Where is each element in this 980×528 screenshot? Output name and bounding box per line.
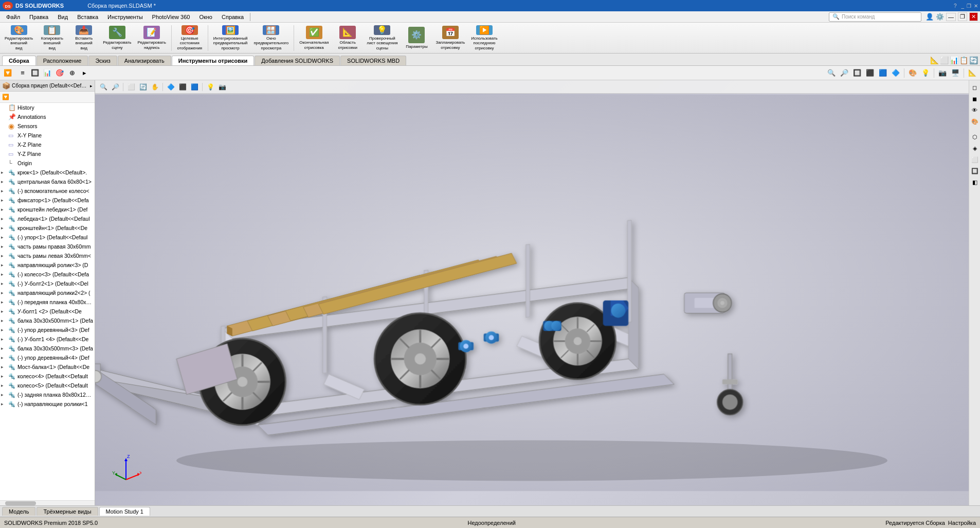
tree-item-wheel4[interactable]: ▸ 🔩 колесо<4> (Default<<Default bbox=[0, 372, 95, 381]
view-right-4[interactable]: 🔲 bbox=[970, 166, 980, 176]
integrated-preview-button[interactable]: 🖼️ Интегрированныйпредварительныйпросмот… bbox=[211, 24, 250, 52]
minimize-icon[interactable]: _ bbox=[961, 3, 964, 9]
vp-pan-icon[interactable]: ✋ bbox=[150, 82, 160, 92]
user-icon[interactable]: 👤 bbox=[925, 13, 934, 21]
tab-analyze[interactable]: Анализировать bbox=[118, 56, 171, 65]
tab-model[interactable]: Модель bbox=[2, 507, 35, 516]
tree-item-bridge-beam[interactable]: ▸ 🔩 Мост-балка<1> (Default<<De bbox=[0, 362, 95, 372]
tab-sketch[interactable]: Эскиз bbox=[88, 56, 117, 65]
menu-item-view[interactable]: Вид bbox=[53, 13, 72, 21]
tab-sw-add[interactable]: Добавления SOLIDWORKS bbox=[255, 56, 340, 65]
vp-zoom-icon[interactable]: 🔍 bbox=[98, 82, 108, 92]
menu-item-help[interactable]: Справка bbox=[217, 13, 248, 21]
vp-fit-icon[interactable]: 🔎 bbox=[110, 82, 120, 92]
menu-item-tools[interactable]: Инструменты bbox=[103, 13, 147, 21]
hide-show-icon[interactable]: 👁 bbox=[970, 105, 980, 115]
tree-item-origin[interactable]: └ Origin bbox=[0, 159, 95, 168]
sec-view-1[interactable]: ≡ bbox=[17, 67, 28, 79]
final-render-button[interactable]: ✅ Окончательнаяотрисовка bbox=[297, 24, 331, 52]
minimize-app-icon[interactable]: — bbox=[946, 13, 956, 21]
tree-item-beam1[interactable]: ▸ 🔩 балка 30x30x500mm<1> (Defa bbox=[0, 316, 95, 325]
window-preview-button[interactable]: 🪟 Окнопредварительногопросмотра bbox=[251, 24, 291, 52]
tree-item-ubolt2-1[interactable]: ▸ 🔩 (-) У-болт2<1> (Default<<Del bbox=[0, 279, 95, 288]
tree-item-yz-plane[interactable]: ▭ Y-Z Plane bbox=[0, 149, 95, 159]
sec-view-5[interactable]: ⊕ bbox=[66, 67, 78, 79]
tree-item-rear-plank[interactable]: ▸ 🔩 (-) задняя планка 80x80x1260m bbox=[0, 390, 95, 399]
menu-item-edit[interactable]: Правка bbox=[25, 13, 52, 21]
tab-right-icon-4[interactable]: 📋 bbox=[959, 56, 968, 64]
tree-item-aux-wheel[interactable]: ▸ 🔩 (-) вспомогательное колесо< bbox=[0, 186, 95, 196]
tree-item-xz-plane[interactable]: ▭ X-Z Plane bbox=[0, 140, 95, 149]
tree-item-hook[interactable]: ▸ 🔩 крюк<1> (Default<<Default>. bbox=[0, 168, 95, 177]
menu-item-photoview[interactable]: PhotoView 360 bbox=[148, 13, 194, 21]
tree-item-sensors[interactable]: ◉ Sensors bbox=[0, 121, 95, 131]
sec-view-2[interactable]: 🔲 bbox=[29, 67, 41, 79]
tree-item-bracket[interactable]: ▸ 🔩 кронштейн<1> (Default<<De bbox=[0, 223, 95, 233]
tree-item-wheel3[interactable]: ▸ 🔩 (-) колесо<3> (Default<<Defa bbox=[0, 270, 95, 279]
insert-external-button[interactable]: 📥 Вставитьвнешнийвид bbox=[68, 24, 99, 52]
vp-camera-icon[interactable]: 📷 bbox=[217, 82, 227, 92]
vp-tool-5[interactable]: 🟦 bbox=[877, 67, 888, 79]
tab-render-tools[interactable]: Инструменты отрисовки bbox=[172, 56, 255, 65]
tree-item-annotations[interactable]: 📌 Annotations bbox=[0, 112, 95, 121]
vp-render-1[interactable]: 🎨 bbox=[907, 67, 918, 79]
vp-render-3[interactable]: 📷 bbox=[937, 67, 948, 79]
tab-right-icon-2[interactable]: ⬜ bbox=[940, 56, 949, 64]
sec-view-4[interactable]: 🎯 bbox=[54, 67, 65, 79]
target-states-button[interactable]: 🎯 Целевыесостоянияотображения bbox=[174, 24, 205, 52]
view-right-5[interactable]: ◧ bbox=[970, 177, 980, 187]
tree-item-roller3[interactable]: ▸ 🔩 направляющий ролик<3> (D bbox=[0, 260, 95, 270]
use-last-render-button[interactable]: ▶️ Использоватьпоследнююотрисовку bbox=[468, 24, 500, 52]
tab-layout[interactable]: Расположение bbox=[37, 56, 88, 65]
menu-item-insert[interactable]: Вставка bbox=[73, 13, 102, 21]
help-icon[interactable]: ? bbox=[954, 3, 957, 9]
tree-item-ubolt4[interactable]: ▸ 🔩 (-) У-болт1 <4> (Default<<De bbox=[0, 335, 95, 344]
tree-item-frame-left[interactable]: ▸ 🔩 часть рамы левая 30x60mm< bbox=[0, 251, 95, 260]
vp-tool-4[interactable]: ⬛ bbox=[864, 67, 876, 79]
tree-item-winch[interactable]: ▸ 🔩 лебедка<1> (Default<<Defaul bbox=[0, 214, 95, 223]
copy-external-button[interactable]: 📋 Копироватьвнешнийвид bbox=[37, 24, 67, 52]
vp-display-2[interactable]: ⬛ bbox=[177, 82, 188, 92]
tree-item-roller2-2[interactable]: ▸ 🔩 направляющий ролики2<2> ( bbox=[0, 288, 95, 297]
tab-assembly[interactable]: Сборка bbox=[2, 56, 36, 65]
filter-button[interactable]: 🔽 bbox=[2, 67, 13, 79]
vp-tool-1[interactable]: 🔍 bbox=[826, 67, 837, 79]
vp-display-3[interactable]: 🟦 bbox=[189, 82, 199, 92]
tree-item-fixer[interactable]: ▸ 🔩 фиксатор<1> (Default<<Defa bbox=[0, 196, 95, 205]
tab-right-icon-5[interactable]: 🔄 bbox=[969, 56, 978, 64]
vp-tool-6[interactable]: 🔷 bbox=[890, 67, 901, 79]
vp-display-mode[interactable]: 🔷 bbox=[166, 82, 176, 92]
tree-item-wood-stop4[interactable]: ▸ 🔩 (-) упор деревянный<4> (Def bbox=[0, 353, 95, 362]
restore-app-icon[interactable]: ❐ bbox=[958, 12, 967, 21]
tab-motion-study[interactable]: Motion Study 1 bbox=[99, 507, 150, 516]
sec-expand-icon[interactable]: ▸ bbox=[79, 67, 90, 79]
edit-scene-button[interactable]: 🔧 Редактироватьсцену bbox=[100, 24, 134, 52]
vp-select-icon[interactable]: ⬜ bbox=[126, 82, 136, 92]
edit-external-button[interactable]: 🎨 Редактироватьвнешнийвид bbox=[2, 24, 35, 52]
params-button[interactable]: ⚙️ Параметры bbox=[401, 24, 432, 52]
tab-right-icon-3[interactable]: 📊 bbox=[950, 56, 958, 64]
vp-rotate-icon[interactable]: 🔄 bbox=[138, 82, 148, 92]
sec-view-3[interactable]: 📊 bbox=[42, 67, 53, 79]
display-style-icon[interactable]: ◼ bbox=[970, 94, 980, 104]
plan-render-button[interactable]: 📅 Запланироватьотрисовку bbox=[433, 24, 467, 52]
tree-item-xy-plane[interactable]: ▭ X-Y Plane bbox=[0, 131, 95, 140]
vp-render-5[interactable]: 📐 bbox=[967, 67, 978, 79]
tree-item-front-plank[interactable]: ▸ 🔩 (-) передняя планка 40x80x12: bbox=[0, 297, 95, 307]
restore-icon[interactable]: ❐ bbox=[967, 3, 971, 9]
settings-icon[interactable]: ⚙️ bbox=[936, 13, 944, 21]
menu-item-window[interactable]: Окно bbox=[195, 13, 216, 21]
edit-text-button[interactable]: 📝 Редактироватьнадпись bbox=[135, 24, 169, 52]
tree-item-guide-rollers[interactable]: ▸ 🔩 (-) направляющие ролики<1 bbox=[0, 399, 95, 409]
tree-item-frame-right[interactable]: ▸ 🔩 часть рамы правая 30x60mm bbox=[0, 242, 95, 251]
vp-render-4[interactable]: 🖥️ bbox=[950, 67, 961, 79]
tree-item-history[interactable]: 📋 History bbox=[0, 103, 95, 112]
tree-item-winch-bracket[interactable]: ▸ 🔩 кронштейн лебедки<1> (Def bbox=[0, 205, 95, 214]
tab-right-icon-1[interactable]: 📐 bbox=[930, 56, 939, 64]
tree-item-central-beam[interactable]: ▸ 🔩 центральная балка 60x80<1> bbox=[0, 177, 95, 186]
vp-tool-2[interactable]: 🔎 bbox=[839, 67, 850, 79]
vp-tool-3[interactable]: 🔲 bbox=[851, 67, 863, 79]
tree-scrollbar-h[interactable] bbox=[0, 500, 95, 505]
3d-viewport[interactable]: 🔍 🔎 ⬜ 🔄 ✋ 🔷 ⬛ 🟦 💡 📷 bbox=[95, 80, 969, 505]
search-bar[interactable]: 🔍 Поиск команд bbox=[829, 12, 921, 22]
